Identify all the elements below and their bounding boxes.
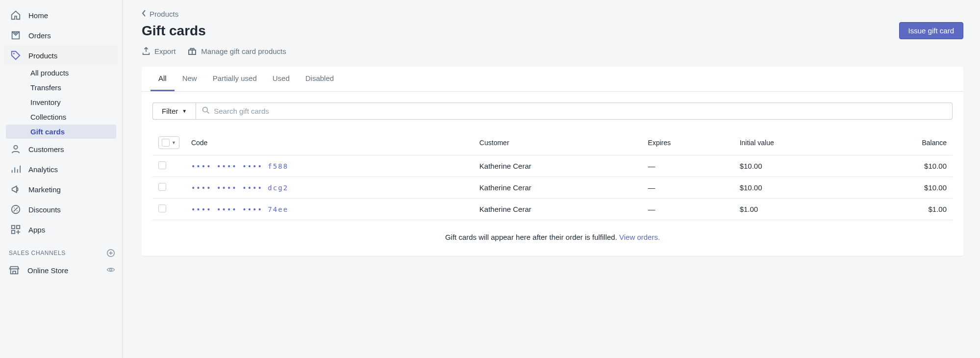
analytics-icon	[10, 163, 22, 175]
sidebar-item-label: Analytics	[28, 165, 58, 174]
sidebar-item-orders[interactable]: Orders	[4, 26, 118, 45]
table-row[interactable]: •••• •••• •••• 74eeKatherine Cerar—$1.00…	[152, 199, 953, 220]
sidebar-item-label: Home	[28, 11, 48, 20]
filter-button[interactable]: Filter ▼	[152, 102, 196, 120]
initial-cell: $1.00	[734, 199, 856, 220]
sidebar-subitem-gift-cards[interactable]: Gift cards	[6, 125, 116, 139]
sidebar-item-label: Customers	[28, 145, 64, 153]
eye-icon[interactable]	[106, 265, 115, 276]
manage-products-button[interactable]: Manage gift card products	[187, 46, 286, 56]
initial-cell: $10.00	[734, 177, 856, 199]
sidebar-item-label: Discounts	[28, 205, 61, 214]
sidebar-item-label: Orders	[28, 31, 51, 40]
tab-used[interactable]: Used	[265, 67, 298, 91]
customer-cell: Katherine Cerar	[474, 199, 642, 220]
sidebar-item-customers[interactable]: Customers	[4, 139, 118, 159]
sidebar-item-marketing[interactable]: Marketing	[4, 179, 118, 199]
balance-cell: $10.00	[856, 177, 953, 199]
export-button[interactable]: Export	[142, 46, 176, 56]
svg-point-7	[110, 268, 112, 271]
tab-partially-used[interactable]: Partially used	[205, 67, 265, 91]
manage-label: Manage gift card products	[201, 47, 286, 55]
col-customer: Customer	[474, 130, 642, 155]
table-row[interactable]: •••• •••• •••• f588Katherine Cerar—$10.0…	[152, 155, 953, 177]
customer-cell: Katherine Cerar	[474, 155, 642, 177]
customer-cell: Katherine Cerar	[474, 177, 642, 199]
select-all-checkbox[interactable]: ▼	[158, 136, 179, 149]
discounts-icon	[10, 204, 22, 215]
sidebar-subitem-collections[interactable]: Collections	[6, 110, 116, 124]
chevron-left-icon	[142, 10, 147, 18]
tab-all[interactable]: All	[151, 67, 175, 91]
breadcrumb[interactable]: Products	[142, 10, 178, 18]
gift-card-code-link[interactable]: •••• •••• •••• dcg2	[191, 184, 288, 192]
col-initial: Initial value	[734, 130, 856, 155]
tab-new[interactable]: New	[175, 67, 205, 91]
sidebar-item-label: Apps	[28, 226, 45, 234]
marketing-icon	[10, 183, 22, 195]
orders-icon	[10, 29, 22, 41]
svg-point-0	[13, 53, 15, 54]
table-row[interactable]: •••• •••• •••• dcg2Katherine Cerar—$10.0…	[152, 177, 953, 199]
svg-point-1	[14, 146, 17, 149]
sidebar-item-label: Products	[28, 51, 57, 60]
col-balance: Balance	[856, 130, 953, 155]
sidebar-item-analytics[interactable]: Analytics	[4, 159, 118, 179]
sidebar-subitem-inventory[interactable]: Inventory	[6, 95, 116, 109]
row-checkbox[interactable]	[158, 183, 166, 191]
filter-label: Filter	[162, 107, 178, 115]
gift-card-code-link[interactable]: •••• •••• •••• f588	[191, 162, 288, 170]
store-icon	[9, 264, 21, 276]
initial-cell: $10.00	[734, 155, 856, 177]
sales-channels-header: SALES CHANNELS	[9, 250, 66, 256]
caret-down-icon: ▼	[172, 140, 176, 145]
channel-item-online-store[interactable]: Online Store	[0, 260, 122, 280]
svg-rect-3	[12, 226, 15, 229]
search-icon	[202, 106, 210, 116]
view-orders-link[interactable]: View orders.	[619, 233, 660, 241]
channel-label: Online Store	[27, 266, 68, 275]
footer-text: Gift cards will appear here after their …	[445, 233, 619, 241]
balance-cell: $10.00	[856, 155, 953, 177]
row-checkbox[interactable]	[158, 205, 166, 212]
add-channel-icon[interactable]	[106, 249, 115, 257]
col-expires: Expires	[642, 130, 734, 155]
apps-icon	[10, 224, 22, 235]
expires-cell: —	[642, 177, 734, 199]
row-checkbox[interactable]	[158, 161, 166, 169]
gift-icon	[187, 46, 197, 56]
home-icon	[10, 9, 22, 21]
page-title: Gift cards	[142, 23, 206, 39]
search-input[interactable]	[214, 103, 946, 119]
breadcrumb-label: Products	[150, 10, 178, 18]
gift-card-code-link[interactable]: •••• •••• •••• 74ee	[191, 205, 288, 213]
customers-icon	[10, 143, 22, 155]
sidebar-subitem-transfers[interactable]: Transfers	[6, 80, 116, 95]
expires-cell: —	[642, 155, 734, 177]
svg-point-9	[203, 107, 208, 112]
issue-gift-card-button[interactable]: Issue gift card	[899, 22, 963, 39]
svg-rect-4	[17, 226, 20, 229]
tab-disabled[interactable]: Disabled	[298, 67, 342, 91]
caret-down-icon: ▼	[182, 108, 187, 114]
products-icon	[10, 50, 22, 61]
sidebar-item-home[interactable]: Home	[4, 5, 118, 25]
col-code: Code	[185, 130, 474, 155]
expires-cell: —	[642, 199, 734, 220]
sidebar-item-discounts[interactable]: Discounts	[4, 200, 118, 219]
svg-rect-5	[12, 230, 15, 233]
sidebar-item-products[interactable]: Products	[4, 46, 118, 65]
balance-cell: $1.00	[856, 199, 953, 220]
sidebar-item-label: Marketing	[28, 185, 61, 194]
sidebar-item-apps[interactable]: Apps	[4, 220, 118, 239]
export-icon	[142, 47, 151, 55]
export-label: Export	[154, 47, 176, 55]
sidebar-subitem-all-products[interactable]: All products	[6, 66, 116, 80]
